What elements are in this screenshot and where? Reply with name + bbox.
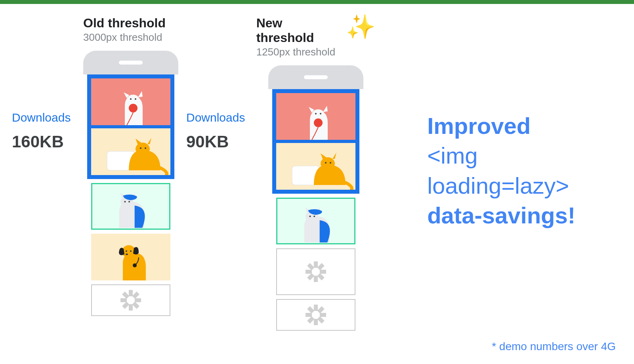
- column-subtitle-new: 1250px threshold: [256, 46, 341, 58]
- phone-mockup-old: [83, 51, 178, 316]
- downloads-value: 90KB: [186, 132, 229, 151]
- svg-point-19: [314, 118, 323, 127]
- column-title-old: Old threshold: [83, 16, 166, 30]
- downloads-value: 160KB: [12, 132, 64, 151]
- svg-point-22: [325, 162, 327, 164]
- footnote: * demo numbers over 4G: [492, 340, 616, 353]
- headline-message: Improved <img loading=lazy> data-savings…: [427, 111, 622, 364]
- image-tile-cat-blue-cape: [91, 183, 170, 230]
- svg-point-18: [320, 113, 321, 114]
- svg-point-9: [124, 201, 126, 202]
- svg-point-3: [129, 104, 137, 112]
- image-tile-cat-pink: [91, 78, 170, 125]
- column-title-new: New threshold: [256, 16, 341, 45]
- svg-point-2: [135, 98, 136, 100]
- image-tile-dog: [91, 234, 170, 280]
- downloads-label: Downloads: [12, 111, 71, 124]
- svg-point-21: [321, 157, 335, 170]
- svg-point-5: [136, 143, 150, 155]
- svg-point-26: [314, 215, 315, 217]
- column-subtitle-old: 3000px threshold: [83, 31, 166, 44]
- downloads-label: Downloads: [186, 111, 245, 124]
- svg-point-17: [315, 113, 317, 114]
- image-tile-cat-orange: [276, 143, 355, 190]
- svg-point-6: [140, 147, 141, 149]
- spinner-icon: [120, 289, 142, 311]
- svg-point-23: [330, 162, 331, 164]
- headline-line2: <img loading=lazy>: [427, 141, 622, 200]
- headline-line3: data-savings!: [427, 200, 622, 230]
- image-placeholder: [276, 248, 355, 295]
- headline-line1: Improved: [427, 111, 622, 141]
- phone-mockup-new: [268, 65, 363, 331]
- svg-point-25: [309, 215, 311, 217]
- svg-point-1: [130, 98, 132, 100]
- image-tile-cat-pink: [276, 93, 355, 140]
- svg-point-10: [128, 201, 130, 202]
- image-tile-cat-blue-cape: [276, 198, 355, 244]
- image-placeholder: [91, 284, 170, 316]
- image-placeholder: [276, 299, 355, 331]
- image-tile-cat-orange: [91, 128, 170, 175]
- svg-point-15: [126, 253, 128, 255]
- svg-point-7: [145, 147, 146, 149]
- spinner-icon: [305, 304, 327, 326]
- spinner-icon: [305, 261, 327, 283]
- svg-point-13: [126, 250, 127, 252]
- svg-point-14: [130, 250, 132, 252]
- sparkle-icon: ✨: [346, 13, 376, 41]
